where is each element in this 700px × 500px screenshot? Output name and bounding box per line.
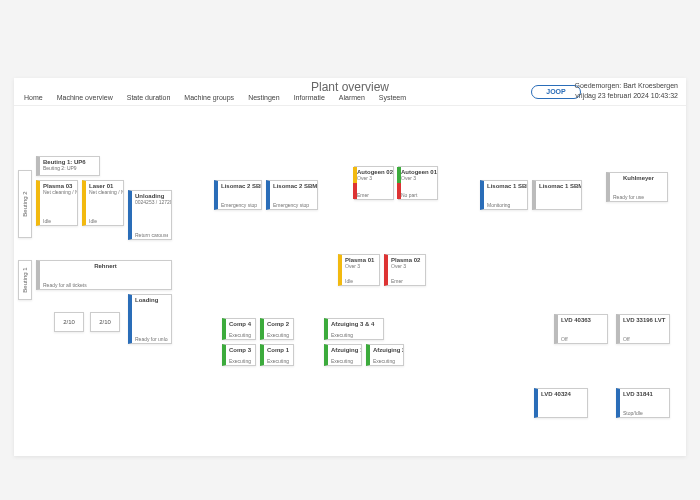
machine-lvd31841[interactable]: LVD 31841Stop/Idle — [616, 388, 670, 418]
menu-alarmen[interactable]: Alarmen — [339, 94, 365, 101]
vlabel-beuting1: Beuting 1 — [18, 260, 32, 300]
machine-lisomac2-sbmm[interactable]: Lisomac 2 SBM M Emergency stop — [214, 180, 262, 210]
machine-lvd33196[interactable]: LVD 33196 LVTOff — [616, 314, 670, 344]
counter-2: 2/10 — [90, 312, 120, 332]
menu-home[interactable]: Home — [24, 94, 43, 101]
menu-nestingen[interactable]: Nestingen — [248, 94, 280, 101]
machine-autogeen01[interactable]: Autogeen 01 Over 3 No part — [398, 166, 438, 200]
machine-lisomac1-sbmm[interactable]: Lisomac 1 SBM M Monitoring — [480, 180, 528, 210]
machine-comp4[interactable]: Comp 4Executing — [222, 318, 256, 340]
machine-lisomac2-sbmxl[interactable]: Lisomac 2 SBM XL Emergency stop — [266, 180, 318, 210]
menu-systeem[interactable]: Systeem — [379, 94, 406, 101]
machine-comp1[interactable]: Comp 1Executing — [260, 344, 294, 366]
main-menu: Home Machine overview State duration Mac… — [24, 94, 406, 101]
header: Plant overview Home Machine overview Sta… — [14, 78, 686, 106]
machine-laser01[interactable]: Laser 01 Net cleaning / No place Idle — [82, 180, 124, 226]
machine-plasma02[interactable]: Plasma 02 Over 3 Emer — [384, 254, 426, 286]
machine-comp2[interactable]: Comp 2Executing — [260, 318, 294, 340]
menu-state-duration[interactable]: State duration — [127, 94, 171, 101]
counter-1: 2/10 — [54, 312, 84, 332]
menu-machine-overview[interactable]: Machine overview — [57, 94, 113, 101]
machine-autogeen02[interactable]: Autogeen 02 Over 3 Emer — [354, 166, 394, 200]
datetime: vrijdag 23 februari 2024 10:43:32 — [575, 92, 678, 99]
machine-rehnert[interactable]: Rehnert Ready for all tickets — [36, 260, 172, 290]
page-title: Plant overview — [311, 80, 389, 94]
machine-lisomac1-sbmxl[interactable]: Lisomac 1 SBM XL — [532, 180, 582, 210]
vlabel-beuting2: Beuting 2 — [18, 170, 32, 238]
machine-lvd40363[interactable]: LVD 40363Off — [554, 314, 608, 344]
machine-afzuiging34[interactable]: Afzuiging 3 & 4Executing — [324, 318, 384, 340]
machine-unloading[interactable]: Unloading 0024253 / 127200 UP9 Return ca… — [128, 190, 172, 240]
menu-informatie[interactable]: Informatie — [294, 94, 325, 101]
machine-afzuiging2[interactable]: Afzuiging 2Executing — [366, 344, 404, 366]
machine-plasma03[interactable]: Plasma 03 Net cleaning / No place Idle — [36, 180, 78, 226]
machine-comp3[interactable]: Comp 3Executing — [222, 344, 256, 366]
machine-plasma01[interactable]: Plasma 01 Over 3 Idle — [338, 254, 380, 286]
machine-afzuiging1[interactable]: Afzuiging 1Executing — [324, 344, 362, 366]
machine-lvd40324[interactable]: LVD 40324 — [534, 388, 588, 418]
machine-loading[interactable]: Loading Ready for unloading — [128, 294, 172, 344]
beuting-header: Beuting 1: UP6 Beuting 2: UP9 — [36, 156, 100, 176]
menu-machine-groups[interactable]: Machine groups — [184, 94, 234, 101]
machine-kuhlmeyer[interactable]: Kuhlmeyer Ready for use — [606, 172, 668, 202]
greeting: Goedemorgen: Bart Kroesbergen — [574, 82, 678, 89]
plant-overview-panel: Plant overview Home Machine overview Sta… — [14, 78, 686, 456]
